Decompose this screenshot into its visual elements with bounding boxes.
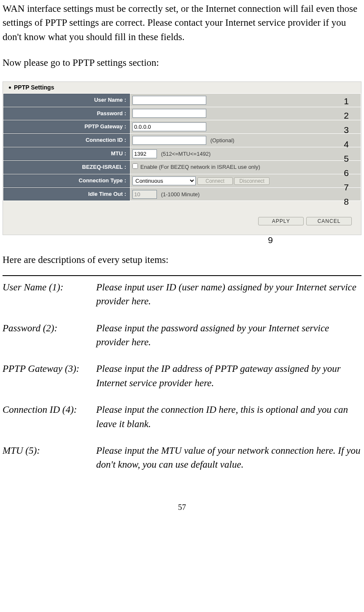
bezeq-check-label: Enable (For BEZEQ network in ISRAEL use … xyxy=(140,164,260,170)
page-number: 57 xyxy=(3,501,361,513)
bezeq-enable-wrap[interactable]: Enable (For BEZEQ network in ISRAEL use … xyxy=(132,164,260,170)
desc-term-2: Password (2): xyxy=(3,321,91,349)
intro-paragraph-1: WAN interface settings must be correctly… xyxy=(3,2,361,44)
callout-8: 8 xyxy=(344,195,349,208)
separator-rule xyxy=(3,275,361,276)
desc-def-1: Please input user ID (user name) assigne… xyxy=(96,280,361,309)
bezeq-label: BEZEQ-ISRAEL : xyxy=(3,161,130,174)
desc-def-3: Please input the IP address of PPTP gate… xyxy=(96,362,361,390)
desc-term-3: PPTP Gateway (3): xyxy=(3,362,91,390)
disconnect-button[interactable]: Disconnect xyxy=(234,177,270,185)
connection-type-select[interactable]: Continuous xyxy=(132,176,196,185)
idle-timeout-input[interactable] xyxy=(132,190,157,199)
bullet-icon xyxy=(9,87,11,89)
callout-6: 6 xyxy=(344,167,349,179)
apply-button[interactable]: APPLY xyxy=(258,217,304,225)
panel-buttons-row: APPLY CANCEL xyxy=(3,201,361,234)
desc-def-5: Please input the MTU value of your netwo… xyxy=(96,444,361,472)
callout-5: 5 xyxy=(344,152,349,165)
pptp-gateway-input[interactable] xyxy=(132,122,206,131)
panel-title: PPTP Settings xyxy=(14,83,54,92)
callout-1: 1 xyxy=(344,95,349,108)
callout-7: 7 xyxy=(344,181,349,194)
desc-term-1: User Name (1): xyxy=(3,280,91,309)
pptp-settings-screenshot: PPTP Settings User Name : Password : PPT… xyxy=(3,81,361,235)
callout-2: 2 xyxy=(344,109,349,122)
callout-9: 9 xyxy=(268,234,273,246)
callout-4: 4 xyxy=(344,138,349,151)
mtu-note: (512<=MTU<=1492) xyxy=(159,151,211,157)
connect-button[interactable]: Connect xyxy=(197,177,233,185)
password-label: Password : xyxy=(3,107,130,120)
idle-timeout-note: (1-1000 Minute) xyxy=(159,191,200,198)
connection-type-label: Connection Type : xyxy=(3,174,130,187)
desc-term-4: Connection ID (4): xyxy=(3,403,91,431)
username-input[interactable] xyxy=(132,96,206,105)
desc-def-2: Please input the password assigned by yo… xyxy=(96,321,361,349)
mtu-input[interactable] xyxy=(132,149,157,158)
intro-paragraph-2: Now please go to PPTP settings section: xyxy=(3,56,361,70)
bezeq-checkbox[interactable] xyxy=(132,163,138,169)
panel-title-row: PPTP Settings xyxy=(3,82,361,93)
desc-term-5: MTU (5): xyxy=(3,444,91,472)
idle-timeout-label: Idle Time Out : xyxy=(3,188,130,201)
callout-3: 3 xyxy=(344,124,349,136)
connection-id-label: Connection ID : xyxy=(3,134,130,147)
connection-id-note: (Optional) xyxy=(208,137,235,144)
cancel-button[interactable]: CANCEL xyxy=(306,217,352,225)
pptp-gateway-label: PPTP Gateway : xyxy=(3,120,130,133)
password-input[interactable] xyxy=(132,109,206,118)
username-label: User Name : xyxy=(3,94,130,107)
descriptions-intro: Here are descriptions of every setup ite… xyxy=(3,253,361,267)
connection-id-input[interactable] xyxy=(132,136,206,145)
desc-def-4: Please input the connection ID here, thi… xyxy=(96,403,361,431)
mtu-label: MTU : xyxy=(3,147,130,160)
